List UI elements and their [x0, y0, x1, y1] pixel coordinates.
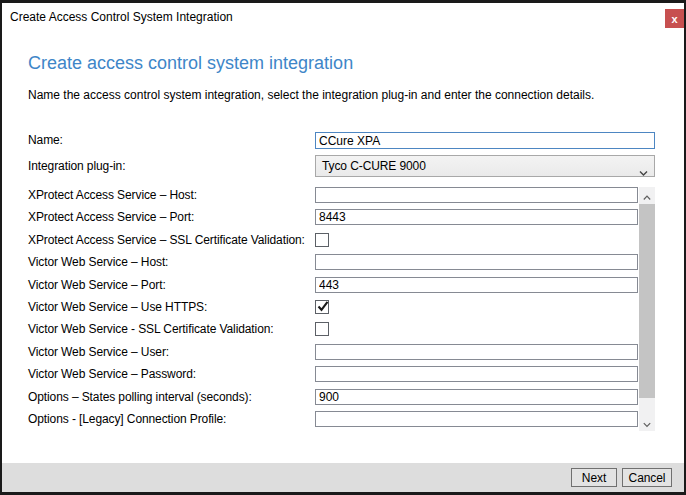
field-label: Victor Web Service – Port: [28, 277, 166, 293]
checkbox-unchecked[interactable] [315, 233, 329, 247]
field-label: Options – States polling interval (secon… [28, 389, 252, 405]
field-label: Victor Web Service – User: [28, 344, 169, 360]
name-input[interactable] [315, 132, 655, 149]
form-row: XProtect Access Service – Host: [0, 187, 655, 203]
field-label: Victor Web Service - SSL Certificate Val… [28, 321, 274, 337]
field-input[interactable] [315, 254, 638, 270]
field-label: Victor Web Service – Password: [28, 366, 196, 382]
connection-settings-scroll-area: XProtect Access Service – Host:XProtect … [0, 187, 686, 431]
dialog-window: Create Access Control System Integration… [0, 0, 686, 495]
field-label: Options - [Legacy] Connection Profile: [28, 411, 226, 427]
field-label: Victor Web Service – Host: [28, 254, 168, 270]
scroll-up-button[interactable] [639, 187, 655, 204]
form-row: Victor Web Service – Host: [0, 254, 655, 270]
cancel-button[interactable]: Cancel [622, 468, 672, 487]
field-input[interactable] [315, 277, 638, 293]
close-icon: x [671, 13, 677, 25]
form-row: Victor Web Service – User: [0, 344, 655, 360]
checkmark-icon [316, 300, 330, 314]
name-label: Name: [28, 132, 63, 149]
field-input[interactable] [315, 344, 638, 360]
integration-plugin-value: Tyco C-CURE 9000 [322, 156, 426, 176]
field-label: XProtect Access Service – Port: [28, 209, 194, 225]
integration-plugin-dropdown[interactable]: Tyco C-CURE 9000 [315, 155, 655, 177]
form-row: XProtect Access Service – SSL Certificat… [0, 232, 655, 248]
field-input[interactable] [315, 187, 638, 203]
form-row: Options - [Legacy] Connection Profile: [0, 411, 655, 427]
chevron-up-icon [639, 195, 655, 201]
scroll-down-button[interactable] [639, 414, 655, 431]
field-input[interactable] [315, 389, 638, 405]
form-row: Victor Web Service - SSL Certificate Val… [0, 321, 655, 337]
chevron-down-icon [639, 163, 648, 170]
field-input[interactable] [315, 366, 638, 382]
integration-plugin-label: Integration plug-in: [28, 155, 125, 177]
chevron-down-icon [639, 422, 655, 428]
window-title: Create Access Control System Integration [10, 11, 233, 24]
next-button[interactable]: Next [571, 468, 617, 487]
close-button[interactable]: x [665, 9, 684, 28]
scrollbar-thumb[interactable] [639, 204, 655, 398]
form-row: XProtect Access Service – Port: [0, 209, 655, 225]
field-input[interactable] [315, 209, 638, 225]
checkbox-unchecked[interactable] [315, 322, 329, 336]
field-label: XProtect Access Service – SSL Certificat… [28, 232, 305, 248]
page-description: Name the access control system integrati… [28, 89, 594, 101]
page-title: Create access control system integration [28, 54, 353, 72]
field-label: XProtect Access Service – Host: [28, 187, 197, 203]
field-label: Victor Web Service – Use HTTPS: [28, 299, 207, 315]
scrollbar[interactable] [639, 187, 655, 431]
checkbox-checked[interactable] [315, 300, 329, 314]
field-input[interactable] [315, 411, 638, 427]
form-row: Options – States polling interval (secon… [0, 389, 655, 405]
footer-bar: Next Cancel [2, 463, 684, 492]
form-row: Victor Web Service – Password: [0, 366, 655, 382]
form-row: Victor Web Service – Port: [0, 277, 655, 293]
form-row: Victor Web Service – Use HTTPS: [0, 299, 655, 315]
